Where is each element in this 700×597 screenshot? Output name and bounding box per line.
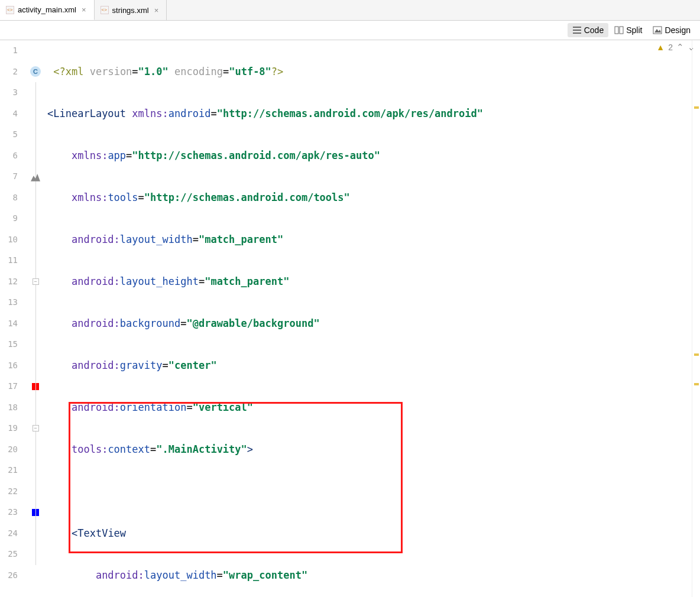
tab-label: activity_main.xml (18, 5, 76, 14)
tab-strings-xml[interactable]: strings.xml × (95, 0, 167, 20)
close-icon[interactable]: × (80, 5, 88, 14)
code-line: android:layout_width="wrap_content" (47, 565, 700, 586)
error-stripe[interactable] (692, 40, 700, 597)
line-number-gutter: 123 456 789 101112 131415 161718 192021 … (0, 40, 24, 597)
lines-icon (572, 25, 582, 35)
code-editor[interactable]: ▲ 2 ⌃ ⌄ 123 456 789 101112 131415 161718… (0, 40, 700, 597)
view-mode-design[interactable]: Design (648, 23, 695, 37)
xml-file-icon (101, 6, 109, 14)
fold-toggle-icon[interactable]: − (33, 278, 39, 285)
image-icon (653, 25, 662, 35)
code-line: android:background="@drawable/background… (47, 313, 700, 335)
tab-label: strings.xml (112, 6, 149, 15)
view-mode-split[interactable]: Split (610, 23, 647, 37)
xml-file-icon (6, 6, 14, 14)
code-line: xmlns:tools="http://schemas.android.com/… (47, 187, 700, 209)
code-line: tools:context=".MainActivity"> (47, 439, 700, 460)
svg-marker-3 (654, 29, 661, 33)
view-mode-label: Design (665, 25, 691, 35)
code-line: <LinearLayout xmlns:android="http://sche… (47, 103, 700, 125)
code-line: <?xml version="1.0" encoding="utf-8"?> (47, 61, 700, 83)
svg-rect-0 (615, 27, 618, 34)
view-mode-bar: Code Split Design (0, 21, 700, 40)
code-line: xmlns:app="http://schemas.android.com/ap… (47, 145, 700, 167)
code-line (47, 481, 700, 502)
split-icon (614, 25, 624, 35)
view-mode-code[interactable]: Code (568, 23, 608, 37)
svg-rect-1 (620, 27, 623, 34)
code-line: android:layout_height="match_parent" (47, 271, 700, 293)
close-icon[interactable]: × (153, 6, 161, 15)
code-line: <TextView (47, 523, 700, 544)
class-marker-icon: C (30, 66, 41, 77)
marker-gutter: C − − (24, 40, 47, 597)
view-mode-label: Split (626, 25, 642, 35)
editor-tab-bar: activity_main.xml × strings.xml × (0, 0, 700, 21)
fold-toggle-icon[interactable]: − (33, 425, 39, 431)
code-area[interactable]: <?xml version="1.0" encoding="utf-8"?> <… (47, 40, 700, 597)
code-line: android:orientation="vertical" (47, 397, 700, 418)
view-mode-label: Code (584, 25, 604, 35)
code-line: android:layout_width="match_parent" (47, 229, 700, 251)
code-line: android:gravity="center" (47, 355, 700, 377)
tab-activity-main[interactable]: activity_main.xml × (0, 0, 95, 20)
